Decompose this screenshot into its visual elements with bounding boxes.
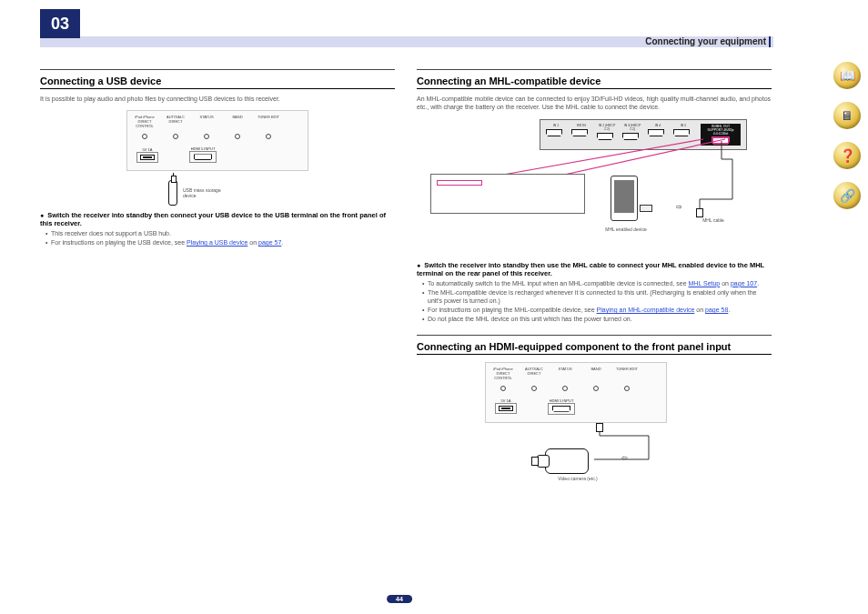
mhl-cable-caption: MHL cable xyxy=(691,217,736,223)
book-icon[interactable]: 📖 xyxy=(833,62,861,89)
usb-device-caption: USB mass storage device xyxy=(183,187,228,198)
link-page-58[interactable]: page 58 xyxy=(705,307,728,313)
link-playing-mhl[interactable]: Playing an MHL-compatible device xyxy=(597,307,695,313)
help-icon[interactable]: ❓ xyxy=(833,142,861,169)
chapter-number: 03 xyxy=(40,9,80,38)
usb-notes: This receiver does not support a USB hub… xyxy=(40,229,395,247)
chapter-title: Connecting your equipment xyxy=(643,36,768,47)
mhl-phone-caption: MHL enabled device xyxy=(601,226,651,232)
mhl-intro: An MHL-compatible mobile device can be c… xyxy=(417,95,772,112)
usb-diagram: iPod iPhone DIRECT CONTROL AUTO/ALC DIRE… xyxy=(40,110,395,206)
sidebar-icons: 📖 🖥 ❓ 🔗 xyxy=(833,62,861,209)
chapter-header: 03 Connecting your equipment xyxy=(0,20,799,47)
heading-usb: Connecting a USB device xyxy=(40,75,395,86)
link-page-57[interactable]: page 57 xyxy=(258,239,281,246)
link-page-107[interactable]: page 107 xyxy=(731,280,757,287)
link-mhl-setup[interactable]: MHL Setup xyxy=(689,280,721,287)
mhl-diagram: IN 1 BD IN IN 2 (HDCP 2.2) IN 3 (HDCP 2.… xyxy=(417,119,772,256)
usb-intro: It is possible to play audio and photo f… xyxy=(40,95,395,103)
usb-step: Switch the receiver into standby then co… xyxy=(40,211,395,227)
mhl-step: Switch the receiver into standby then us… xyxy=(417,261,772,277)
hdmi-front-diagram: iPod iPhone DIRECT CONTROL AUTO/ALC DIRE… xyxy=(417,362,772,478)
left-column: Connecting a USB device It is possible t… xyxy=(40,65,395,483)
register-icon[interactable]: 🖥 xyxy=(833,102,861,129)
heading-mhl: Connecting an MHL-compatible device xyxy=(417,75,772,86)
page-number: 44 xyxy=(387,595,412,603)
network-icon[interactable]: 🔗 xyxy=(833,182,861,209)
heading-hdmi-front: Connecting an HDMI-equipped component to… xyxy=(417,341,772,352)
right-column: Connecting an MHL-compatible device An M… xyxy=(417,65,772,483)
mhl-notes: To automatically switch to the MHL input… xyxy=(417,279,772,324)
link-playing-usb[interactable]: Playing a USB device xyxy=(187,239,247,246)
camcorder-caption: Video camera (etc.) xyxy=(541,476,614,481)
